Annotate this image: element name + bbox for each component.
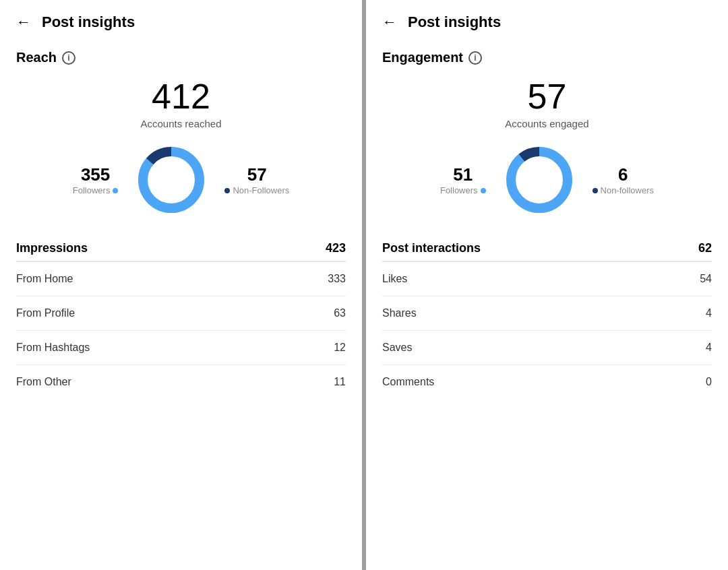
shares-row: Shares 4 <box>382 296 712 330</box>
post-interactions-label: Post interactions <box>382 241 481 255</box>
from-home-row: From Home 333 <box>16 261 346 296</box>
from-profile-row: From Profile 63 <box>16 296 346 330</box>
engagement-info-icon[interactable]: i <box>468 51 482 65</box>
post-interactions-block: Post interactions 62 Likes 54 Shares 4 S… <box>382 241 712 399</box>
post-interactions-total: 62 <box>698 241 712 255</box>
from-other-row: From Other 11 <box>16 365 346 399</box>
right-back-button[interactable]: ← <box>382 13 397 31</box>
reach-followers-label: 355 Followers <box>73 164 119 195</box>
left-header: ← Post insights <box>16 13 346 31</box>
likes-row: Likes 54 <box>382 261 712 296</box>
impressions-block: Impressions 423 From Home 333 From Profi… <box>16 241 346 399</box>
right-header: ← Post insights <box>382 13 712 31</box>
impressions-total: 423 <box>326 241 346 255</box>
svg-point-4 <box>511 152 568 208</box>
right-page-title: Post insights <box>408 13 501 31</box>
reach-donut-chart <box>134 143 208 217</box>
left-back-button[interactable]: ← <box>16 13 31 31</box>
reach-donut-section: 355 Followers 57 Non-Followers <box>16 143 346 217</box>
right-panel: ← Post insights Engagement i 57 Accounts… <box>366 0 728 570</box>
impressions-rows: From Home 333 From Profile 63 From Hasht… <box>16 261 346 399</box>
engagement-big-number: 57 <box>382 79 712 114</box>
saves-row: Saves 4 <box>382 330 712 365</box>
engagement-big-label: Accounts engaged <box>382 118 712 129</box>
engagement-donut-chart <box>502 143 576 217</box>
left-page-title: Post insights <box>42 13 135 31</box>
engagement-donut-section: 51 Followers 6 Non-followers <box>382 143 712 217</box>
reach-nonfollowers-label: 57 Non-Followers <box>224 164 289 195</box>
post-interactions-header: Post interactions 62 <box>382 241 712 261</box>
from-hashtags-row: From Hashtags 12 <box>16 330 346 365</box>
engagement-nonfollowers-label: 6 Non-followers <box>593 164 654 195</box>
eng-followers-dot <box>481 188 486 193</box>
reach-big-number: 412 <box>16 79 346 114</box>
impressions-label: Impressions <box>16 241 88 255</box>
followers-dot <box>113 188 118 193</box>
post-interactions-rows: Likes 54 Shares 4 Saves 4 Comments 0 <box>382 261 712 399</box>
eng-nonfollowers-dot <box>593 188 598 193</box>
engagement-followers-label: 51 Followers <box>440 164 486 195</box>
reach-section-title: Reach i <box>16 50 346 65</box>
nonfollowers-dot <box>224 188 230 193</box>
comments-row: Comments 0 <box>382 365 712 399</box>
reach-big-label: Accounts reached <box>16 118 346 129</box>
reach-info-icon[interactable]: i <box>62 51 75 65</box>
engagement-section-title: Engagement i <box>382 50 712 65</box>
impressions-header: Impressions 423 <box>16 241 346 261</box>
left-panel: ← Post insights Reach i 412 Accounts rea… <box>0 0 362 570</box>
